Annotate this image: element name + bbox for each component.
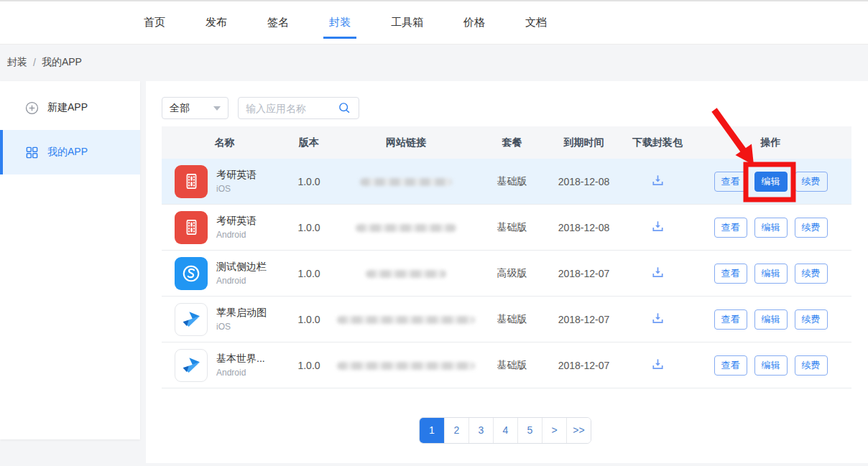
next-page-button[interactable]: > <box>542 418 566 443</box>
page-button-5[interactable]: 5 <box>517 418 542 443</box>
view-button[interactable]: 查看 <box>714 172 747 192</box>
expiry-date: 2018-12-07 <box>542 268 625 279</box>
edit-button[interactable]: 编辑 <box>754 355 788 376</box>
view-button[interactable]: 查看 <box>714 355 747 376</box>
expiry-date: 2018-12-07 <box>542 314 625 325</box>
view-button[interactable]: 查看 <box>714 309 747 330</box>
renew-button[interactable]: 续费 <box>795 355 828 376</box>
download-button[interactable] <box>649 309 667 330</box>
app-name: 基本世界... <box>216 353 265 365</box>
column-header-download: 下载封装包 <box>625 136 690 149</box>
download-button[interactable] <box>649 218 667 238</box>
download-icon <box>650 219 665 234</box>
table-row: 测试侧边栏 Android 1.0.0 高级版 2018-12-07 <box>162 251 851 297</box>
breadcrumb-current: 我的APP <box>42 56 82 69</box>
page-button-1[interactable]: 1 <box>420 418 444 443</box>
search-box <box>238 97 359 119</box>
app-version: 1.0.0 <box>287 222 331 233</box>
breadcrumb-section[interactable]: 封装 <box>7 56 27 69</box>
app-name: 考研英语 <box>216 215 257 228</box>
download-button[interactable] <box>649 264 667 284</box>
table-body: 考研英语 iOS 1.0.0 基础版 2018-12-08 <box>162 159 851 388</box>
page-button-2[interactable]: 2 <box>444 418 468 443</box>
plan-badge: 基础版 <box>481 175 542 188</box>
renew-button[interactable]: 续费 <box>795 309 828 330</box>
plus-circle-icon <box>25 101 39 115</box>
edit-button[interactable]: 编辑 <box>754 264 788 284</box>
main-content: 全部 名称 版本 网站链接 套餐 到期时间 下载封装包 操作 <box>146 81 868 463</box>
app-table: 名称 版本 网站链接 套餐 到期时间 下载封装包 操作 <box>162 126 851 388</box>
sidebar-item-label: 新建APP <box>47 101 88 114</box>
app-platform: Android <box>216 276 267 286</box>
column-header-name: 名称 <box>162 136 287 149</box>
chevron-down-icon <box>213 106 221 111</box>
app-version: 1.0.0 <box>287 176 331 187</box>
breadcrumb-separator: / <box>33 57 36 68</box>
filter-bar: 全部 <box>162 97 359 119</box>
app-name: 考研英语 <box>216 169 257 182</box>
expiry-date: 2018-12-07 <box>542 360 625 371</box>
table-header: 名称 版本 网站链接 套餐 到期时间 下载封装包 操作 <box>162 126 851 159</box>
column-header-expiry: 到期时间 <box>542 136 625 149</box>
search-input[interactable] <box>246 103 338 114</box>
sidebar-item-my-app[interactable]: 我的APP <box>0 130 140 174</box>
app-platform: iOS <box>216 184 257 194</box>
film-app-icon <box>175 165 208 198</box>
plan-badge: 基础版 <box>481 359 542 372</box>
column-header-actions: 操作 <box>690 136 851 149</box>
download-icon <box>650 173 665 188</box>
grid-icon <box>25 146 39 159</box>
website-link-blurred <box>366 270 446 278</box>
plan-badge: 基础版 <box>481 313 542 326</box>
sidebar: 新建APP 我的APP <box>0 81 140 439</box>
nav-item-toolbox[interactable]: 工具箱 <box>388 9 426 37</box>
bird-app-icon <box>175 349 208 382</box>
expiry-date: 2018-12-08 <box>542 222 625 233</box>
app-platform: iOS <box>216 322 267 332</box>
view-button[interactable]: 查看 <box>714 264 747 284</box>
table-row: 考研英语 iOS 1.0.0 基础版 2018-12-08 <box>162 159 851 205</box>
column-header-link: 网站链接 <box>331 136 481 149</box>
website-link-blurred <box>337 362 475 370</box>
film-app-icon <box>175 211 208 244</box>
plan-badge: 基础版 <box>481 221 542 234</box>
search-icon[interactable] <box>338 101 351 115</box>
renew-button[interactable]: 续费 <box>795 172 828 192</box>
sidebar-item-new-app[interactable]: 新建APP <box>0 85 140 130</box>
page-button-3[interactable]: 3 <box>468 418 493 443</box>
edit-button[interactable]: 编辑 <box>754 172 788 192</box>
renew-button[interactable]: 续费 <box>795 218 828 238</box>
column-header-plan: 套餐 <box>481 136 542 149</box>
nav-item-home[interactable]: 首页 <box>141 9 168 37</box>
category-select-value: 全部 <box>170 102 190 115</box>
nav-item-publish[interactable]: 发布 <box>203 9 230 37</box>
table-row: 基本世界... Android 1.0.0 基础版 2018-12-07 <box>162 342 851 388</box>
edit-button[interactable]: 编辑 <box>754 309 788 330</box>
nav-item-signature[interactable]: 签名 <box>264 9 292 37</box>
renew-button[interactable]: 续费 <box>795 264 828 284</box>
table-row: 苹果启动图 iOS 1.0.0 基础版 2018-12-07 <box>162 297 851 342</box>
plan-badge: 高级版 <box>481 267 542 280</box>
app-version: 1.0.0 <box>287 360 331 371</box>
app-name: 苹果启动图 <box>216 307 267 320</box>
top-navigation: 首页 发布 签名 封装 工具箱 价格 文档 <box>0 0 868 45</box>
table-row: 考研英语 Android 1.0.0 基础版 2018-12-08 <box>162 205 851 251</box>
download-button[interactable] <box>649 355 667 376</box>
sidebar-item-label: 我的APP <box>47 146 88 159</box>
page-button-4[interactable]: 4 <box>493 418 517 443</box>
nav-item-price[interactable]: 价格 <box>461 9 488 37</box>
last-page-button[interactable]: >> <box>566 418 591 443</box>
download-icon <box>650 265 665 280</box>
download-icon <box>650 311 665 326</box>
bird-app-icon <box>175 303 208 336</box>
edit-button[interactable]: 编辑 <box>754 218 788 238</box>
view-button[interactable]: 查看 <box>714 218 747 238</box>
download-button[interactable] <box>649 172 667 192</box>
category-select[interactable]: 全部 <box>162 97 228 119</box>
column-header-version: 版本 <box>287 136 331 149</box>
nav-item-docs[interactable]: 文档 <box>522 9 550 37</box>
app-platform: Android <box>216 368 265 378</box>
nav-item-package-active[interactable]: 封装 <box>326 9 354 37</box>
pagination: 1 2 3 4 5 > >> <box>419 417 591 444</box>
app-platform: Android <box>216 230 257 240</box>
